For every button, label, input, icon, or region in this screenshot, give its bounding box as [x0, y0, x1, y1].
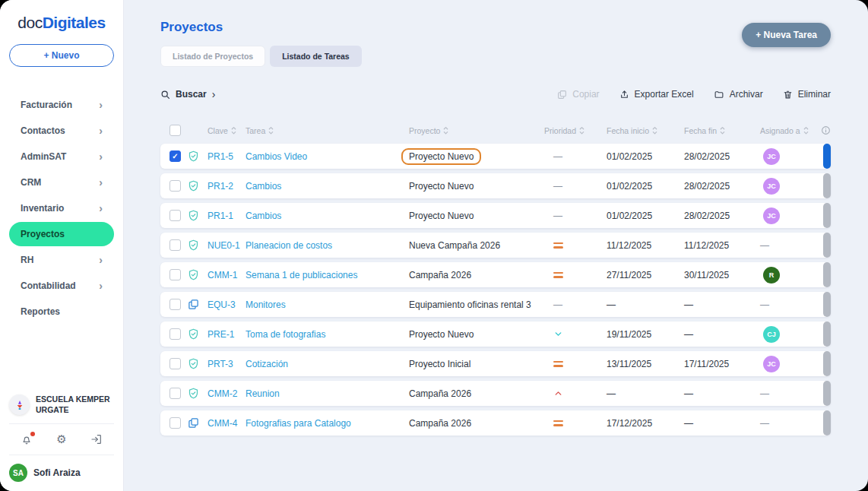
row-status-bar[interactable] [823, 410, 831, 436]
row-status-bar[interactable] [823, 144, 831, 169]
export-excel-button[interactable]: Exportar Excel [619, 89, 694, 100]
sidebar-item[interactable]: CRM › [9, 170, 114, 195]
sidebar-item[interactable]: Contactos › [9, 119, 114, 143]
row-checkbox[interactable] [169, 150, 181, 162]
end-date: 11/12/2025 [684, 240, 760, 251]
row-checkbox[interactable] [169, 328, 181, 340]
brand-prefix: doc [17, 14, 42, 31]
organization-selector[interactable]: ESCUELA KEMPER URGATE [9, 394, 114, 415]
project-name: Proyecto Nuevo [409, 329, 474, 340]
bulk-actions: Copiar Exportar Excel Archivar Eliminar [557, 89, 831, 100]
column-header[interactable]: Fecha fin [684, 126, 760, 135]
row-checkbox[interactable] [169, 299, 181, 310]
row-status-bar[interactable] [823, 351, 831, 376]
sidebar-item[interactable]: Inventario › [9, 196, 114, 220]
task-type-cell [188, 269, 207, 280]
assignee-none-dash: — [760, 418, 769, 429]
task-link[interactable]: Cambios [246, 181, 409, 192]
column-header[interactable]: Asignado a [760, 126, 821, 135]
project-name: Equipamiento oficinas rental 3 [409, 299, 531, 310]
row-status-bar[interactable] [823, 292, 831, 317]
table-row[interactable]: EQU-3 Monitores Equipamiento oficinas re… [160, 292, 831, 317]
end-date: 30/11/2025 [684, 270, 760, 280]
column-header[interactable]: Tarea [246, 126, 409, 135]
table-row[interactable]: PRT-3 Cotización Proyecto Inicial — 13/1… [160, 351, 831, 376]
task-link[interactable]: Fotografias para Catalogo [246, 418, 409, 429]
row-checkbox[interactable] [169, 269, 181, 280]
info-icon[interactable] [821, 125, 831, 135]
sidebar-item[interactable]: Reportes › [9, 299, 114, 324]
task-link[interactable]: Monitores [246, 299, 409, 310]
sidebar-item[interactable]: Proyectos › [9, 222, 114, 246]
logout-icon[interactable] [90, 433, 103, 445]
column-header[interactable]: Fecha inicio [607, 126, 684, 135]
new-button[interactable]: + Nuevo [9, 44, 114, 67]
table-row[interactable]: CMM-2 Reunion Campaña 2026 — — — — [160, 381, 831, 406]
export-icon [619, 90, 629, 100]
new-task-button[interactable]: + Nueva Tarea [742, 23, 831, 47]
task-key: CMM-1 [207, 270, 246, 280]
column-header[interactable]: Proyecto [409, 126, 544, 135]
table-row[interactable]: NUE0-1 Planeacion de costos Nueva Campañ… [160, 233, 831, 258]
task-link[interactable]: Reunion [246, 388, 409, 399]
task-link[interactable]: Cambios Video [246, 151, 409, 162]
assignee-cell: — [760, 299, 821, 310]
row-status-bar[interactable] [823, 322, 831, 347]
sidebar-item[interactable]: RH › [9, 248, 114, 272]
task-link[interactable]: Cambios [246, 211, 409, 221]
divider [9, 455, 114, 455]
copy-button[interactable]: Copiar [557, 89, 599, 100]
task-type-cell [188, 358, 207, 369]
table-toolbar: Buscar › Copiar Exportar Excel Archivar [160, 88, 831, 100]
assignee-none-dash: — [760, 240, 769, 251]
row-status-bar[interactable] [823, 233, 831, 258]
row-status-bar[interactable] [823, 262, 831, 287]
settings-gear-icon[interactable]: ⚙ [56, 432, 66, 446]
select-all-checkbox[interactable] [169, 125, 181, 136]
table-row[interactable]: PR1-2 Cambios Proyecto Nuevo — 01/02/202… [160, 173, 831, 198]
row-checkbox[interactable] [169, 417, 181, 429]
sidebar-item[interactable]: AdminSAT › [9, 144, 114, 169]
assignee-avatar: JC [763, 148, 780, 165]
task-type-cell [188, 388, 207, 399]
task-link[interactable]: Cotización [246, 359, 409, 369]
task-link[interactable]: Planeacion de costos [246, 240, 409, 251]
row-status-bar[interactable] [823, 203, 831, 228]
column-header[interactable]: Prioridad [544, 126, 607, 135]
user-profile[interactable]: SA Sofi Araiza [9, 464, 114, 482]
tab-listado-de-proyectos[interactable]: Listado de Proyectos [160, 46, 265, 67]
task-link[interactable]: Semana 1 de publicaciones [246, 270, 409, 280]
archive-button[interactable]: Archivar [714, 89, 763, 100]
tab-listado-de-tareas[interactable]: Listado de Tareas [270, 46, 362, 67]
table-row[interactable]: PRE-1 Toma de fotografias Proyecto Nuevo… [160, 322, 831, 347]
pages-icon [188, 417, 199, 429]
sidebar-item[interactable]: Facturación › [9, 93, 114, 117]
chevron-right-icon: › [99, 127, 103, 135]
table-row[interactable]: PR1-1 Cambios Proyecto Nuevo — 01/02/202… [160, 203, 831, 228]
row-checkbox[interactable] [169, 180, 181, 192]
column-header[interactable]: Clave [207, 126, 246, 135]
assignee-avatar: JC [763, 356, 780, 372]
table-row[interactable]: CMM-1 Semana 1 de publicaciones Campaña … [160, 262, 831, 287]
priority-none-dash: — [553, 181, 562, 192]
row-checkbox[interactable] [169, 388, 181, 399]
sort-icon [579, 126, 584, 135]
row-status-bar[interactable] [823, 381, 831, 406]
row-status-bar[interactable] [823, 173, 831, 198]
project-name: Proyecto Nuevo [409, 211, 474, 221]
search-control[interactable]: Buscar › [160, 88, 215, 100]
row-checkbox[interactable] [169, 210, 181, 221]
delete-button[interactable]: Eliminar [783, 89, 831, 100]
task-link[interactable]: Toma de fotografias [246, 329, 409, 340]
sidebar-item[interactable]: Contabilidad › [9, 274, 114, 298]
table-row[interactable]: CMM-4 Fotografias para Catalogo Campaña … [160, 410, 831, 436]
shield-check-icon [188, 269, 199, 280]
project-name: Proyecto Inicial [409, 359, 470, 369]
row-checkbox[interactable] [169, 358, 181, 369]
sort-icon [268, 126, 274, 135]
end-date: — [684, 388, 760, 399]
priority-none-dash: — [553, 151, 562, 162]
table-row[interactable]: PR1-5 Cambios Video Proyecto Nuevo — 01/… [160, 144, 831, 169]
row-checkbox[interactable] [169, 239, 181, 251]
notifications-bell-icon[interactable] [21, 433, 33, 445]
